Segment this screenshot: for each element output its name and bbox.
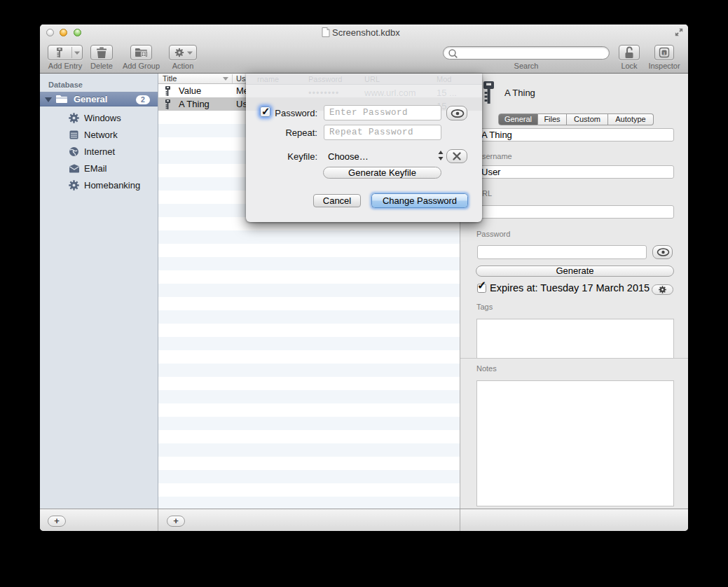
- svg-text:i: i: [664, 50, 665, 56]
